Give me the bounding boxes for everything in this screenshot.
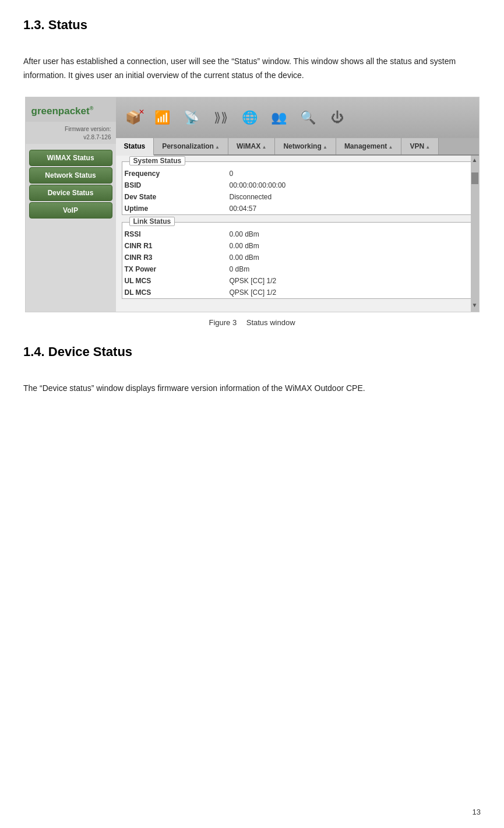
field-label-cinr-r1: CINR R1 <box>122 240 227 252</box>
field-label-tx-power: TX Power <box>122 263 227 275</box>
table-row: CINR R1 0.00 dBm <box>122 240 473 252</box>
table-row: Frequency 0 <box>122 168 473 179</box>
logo-area: greenpacket® <box>26 97 116 122</box>
firmware-version: v2.8.7-126 <box>83 134 111 140</box>
sidebar-nav: WiMAX Status Network Status Device Statu… <box>26 144 116 224</box>
table-row: CINR R3 0.00 dBm <box>122 252 473 263</box>
globe-icon: 🌐 <box>238 106 262 129</box>
top-header: 📦 📶 📡 ⟫⟫ 🌐 👥 🔍 ⏻ <box>116 97 479 138</box>
firmware-info: Firmware version: v2.8.7-126 <box>26 122 116 144</box>
section-1-3-intro: After user has established a connection,… <box>23 55 481 83</box>
tab-personalization[interactable]: Personalization <box>154 138 228 154</box>
field-value-devstate: Disconnected <box>227 191 473 203</box>
sidebar-item-wimax-status[interactable]: WiMAX Status <box>29 150 112 166</box>
sidebar-item-network-status[interactable]: Network Status <box>29 167 112 184</box>
sidebar-item-voip[interactable]: VoIP <box>29 202 112 219</box>
tab-status[interactable]: Status <box>116 138 154 156</box>
firmware-label: Firmware version: <box>65 126 111 132</box>
figure-caption: Figure 3 Status window <box>23 318 481 327</box>
field-label-devstate: Dev State <box>122 191 227 203</box>
table-row: Uptime 00:04:57 <box>122 203 473 214</box>
field-label-dl-mcs: DL MCS <box>122 287 227 298</box>
field-value-cinr-r1: 0.00 dBm <box>227 240 473 252</box>
system-status-legend: System Status <box>129 156 186 165</box>
field-value-uptime: 00:04:57 <box>227 203 473 214</box>
main-content: 📦 📶 📡 ⟫⟫ 🌐 👥 🔍 ⏻ Status Personalization … <box>116 97 479 312</box>
link-status-table: RSSI 0.00 dBm CINR R1 0.00 dBm CINR R3 0… <box>122 228 473 298</box>
section-1-4-intro: The “Device status” window displays firm… <box>23 382 481 396</box>
table-row: BSID 00:00:00:00:00:00 <box>122 179 473 191</box>
table-row: TX Power 0 dBm <box>122 263 473 275</box>
screenshot-container: greenpacket® Firmware version: v2.8.7-12… <box>25 97 480 312</box>
field-value-frequency: 0 <box>227 168 473 179</box>
device-icon: 📦 <box>122 106 145 129</box>
field-value-rssi: 0.00 dBm <box>227 228 473 240</box>
device-crossed-icon: 📦 <box>125 110 141 125</box>
sidebar: greenpacket® Firmware version: v2.8.7-12… <box>26 97 116 312</box>
signal-bars-icon: 📶 <box>151 106 174 129</box>
system-status-box: System Status Frequency 0 BSID 00:00:00:… <box>122 161 473 215</box>
field-value-bsid: 00:00:00:00:00:00 <box>227 179 473 191</box>
logo-greenpacket: greenpacket <box>31 105 90 117</box>
satellite-icon: 📡 <box>180 106 203 129</box>
table-row: RSSI 0.00 dBm <box>122 228 473 240</box>
field-label-frequency: Frequency <box>122 168 227 179</box>
sidebar-item-device-status[interactable]: Device Status <box>29 185 112 201</box>
logo-superscript: ® <box>90 105 94 111</box>
table-row: Dev State Disconnected <box>122 191 473 203</box>
search-icon: 🔍 <box>297 106 320 129</box>
tab-wimax[interactable]: WiMAX <box>228 138 275 154</box>
field-label-uptime: Uptime <box>122 203 227 214</box>
power-icon: ⏻ <box>326 106 349 129</box>
field-label-rssi: RSSI <box>122 228 227 240</box>
field-label-ul-mcs: UL MCS <box>122 275 227 287</box>
field-label-bsid: BSID <box>122 179 227 191</box>
scrollbar[interactable]: ▲ ▼ <box>471 156 479 312</box>
scrollbar-thumb[interactable] <box>471 172 478 184</box>
people-icon: 👥 <box>267 106 291 129</box>
table-row: UL MCS QPSK [CC] 1/2 <box>122 275 473 287</box>
scrollbar-up-arrow[interactable]: ▲ <box>471 156 479 164</box>
tab-management[interactable]: Management <box>336 138 402 154</box>
field-value-dl-mcs: QPSK [CC] 1/2 <box>227 287 473 298</box>
tab-networking[interactable]: Networking <box>275 138 336 154</box>
tab-vpn[interactable]: VPN <box>401 138 439 154</box>
field-value-ul-mcs: QPSK [CC] 1/2 <box>227 275 473 287</box>
table-row: DL MCS QPSK [CC] 1/2 <box>122 287 473 298</box>
arrows-icon: ⟫⟫ <box>209 106 232 129</box>
system-status-table: Frequency 0 BSID 00:00:00:00:00:00 Dev S… <box>122 168 473 214</box>
logo-text: greenpacket® <box>31 105 94 117</box>
field-label-cinr-r3: CINR R3 <box>122 252 227 263</box>
page-number: 13 <box>473 808 481 816</box>
section-1-3-title: 1.3. Status <box>23 17 481 33</box>
scrollbar-down-arrow[interactable]: ▼ <box>471 301 479 309</box>
section-1-4-title: 1.4. Device Status <box>23 344 481 360</box>
section-1-4: 1.4. Device Status The “Device status” w… <box>23 344 481 396</box>
link-status-box: Link Status RSSI 0.00 dBm CINR R1 0.00 d… <box>122 222 473 299</box>
nav-tabs: Status Personalization WiMAX Networking … <box>116 138 479 156</box>
link-status-legend: Link Status <box>129 217 175 226</box>
panel-area: System Status Frequency 0 BSID 00:00:00:… <box>116 156 479 312</box>
field-value-tx-power: 0 dBm <box>227 263 473 275</box>
field-value-cinr-r3: 0.00 dBm <box>227 252 473 263</box>
